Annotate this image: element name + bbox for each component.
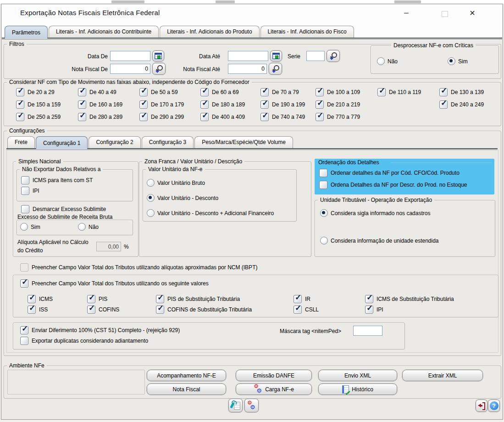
cb-mov-100-109[interactable]: De 100 a 109 [316,88,360,96]
radio-valor-bruto[interactable]: Valor Unitário Bruto [147,179,205,187]
cb-mov-190-199[interactable]: De 190 a 199 [260,100,305,109]
emissao-danfe-button[interactable]: Emissão DANFE [236,370,312,381]
button-label: Histórico [352,386,373,393]
cb-mov-240-249[interactable]: De 240 a 249 [439,100,484,109]
nota-fiscal-button[interactable]: Nota Fiscal [147,383,226,395]
carga-nfe-button[interactable]: Carga NF-e [236,383,312,395]
cb-mov-170-179[interactable]: De 170 a 179 [139,100,184,109]
cb-mov-150-159[interactable]: De 150 a 159 [16,100,61,109]
cb-mov-210-219[interactable]: De 210 a 219 [316,100,360,109]
mascara-tag-input[interactable] [353,326,382,336]
cb-ordena-descr-estoque[interactable]: Ordena Detalhes da NF por Descr. do Prod… [319,181,467,189]
cb-ipi-nao-exportar[interactable]: IPI [21,187,39,195]
serie-input[interactable] [306,51,325,61]
serie-lookup-button[interactable] [327,50,340,62]
cb-desmarcar-excesso[interactable]: Desmarcar Excesso Sublimite [21,205,106,213]
nota-fiscal-ate-input[interactable] [228,64,267,74]
data-de-label: Data De [80,53,108,60]
radio-excesso-sim[interactable]: Sim [20,223,40,231]
cb-enviar-diferimento[interactable]: Enviar Diferimento 100% (CST 51) Complet… [20,326,180,334]
tab-configuracao-3[interactable]: Configuração 3 [142,136,194,148]
data-ate-calendar-button[interactable] [270,50,282,61]
parameters-tools-button[interactable] [228,399,243,412]
cb-mov-400-409[interactable]: De 400 a 409 [200,113,245,121]
cb-mov-250-259[interactable]: De 250 a 259 [16,113,61,121]
acompanhamento-nfe-button[interactable]: Acompanhamento NF-E [147,370,226,381]
cb-mov-20-29[interactable]: De 20 a 29 [16,88,55,96]
cb-mov-290-299[interactable]: De 290 a 299 [139,113,184,121]
cb-mov-180-189[interactable]: De 180 a 189 [200,100,245,109]
radio-considera-unidade-estendida[interactable]: Considera informação de unidade estendid… [320,237,439,244]
data-de-calendar-button[interactable] [152,50,164,61]
historico-button[interactable]: Histórico [318,383,397,395]
cb-exportar-duplicatas[interactable]: Exportar duplicatas considerando adianta… [20,337,148,345]
help-button[interactable]: ? [488,400,500,412]
cb-mov-110-119[interactable]: De 110 a 119 [377,88,421,96]
checkbox-label: De 170 a 179 [151,101,184,109]
tab-frete[interactable]: Frete [7,136,35,148]
process-gears-button[interactable] [244,399,259,412]
radio-valor-desconto[interactable]: Valor Unitário - Desconto [147,194,218,202]
exit-button[interactable] [476,400,487,412]
background-window-fragment [0,0,504,4]
radio-desprocessar-nao[interactable]: Não [377,57,398,65]
cb-mov-160-169[interactable]: De 160 a 169 [78,100,122,109]
cb-mov-70-79[interactable]: De 70 a 79 [260,88,299,96]
cb-icms-itens-st[interactable]: ICMS para Itens com ST [21,176,93,184]
checkbox-icon [28,305,36,314]
checkbox-label: PIS [99,295,107,303]
cb-pis[interactable]: PIS [87,295,107,303]
tab-configuracao-2[interactable]: Configuração 2 [89,136,140,148]
nota-fiscal-de-lookup-button[interactable] [152,63,166,75]
cb-mov-40-49[interactable]: De 40 a 49 [78,88,116,96]
tab-peso-marca-especie[interactable]: Peso/Marca/Espécie/Qtde Volume [194,136,293,148]
radio-considera-sigla[interactable]: Considera sigla informado nos cadastros [320,209,430,217]
cb-icms-st[interactable]: ICMS de Substituição Tributária [365,295,454,303]
cb-ordenar-cfo-produto[interactable]: Ordenar detalhes da NF por Cód. CFO/Cód.… [319,169,460,177]
radio-valor-desconto-adicional[interactable]: Valor Unitário - Desconto + Adicional Fi… [147,209,274,217]
cb-mov-130-139[interactable]: De 130 a 139 [439,88,484,96]
cb-cofins[interactable]: COFINS [87,305,119,314]
cb-icms[interactable]: ICMS [28,295,53,303]
data-ate-input[interactable] [228,51,268,61]
cb-preencher-valores[interactable]: Preencher Campo Valor Total dos Tributos… [20,279,209,288]
checkbox-icon [156,305,164,314]
radio-icon [20,223,28,231]
tab-literais-contribuinte[interactable]: Literais - Inf. Adicionais do Contribuin… [49,26,159,38]
tab-literais-fisco[interactable]: Literais - Inf. Adicionais do Fisco [260,26,354,38]
radio-label: Não [89,223,99,231]
movimento-legend: Considerar NF com Tipo de Movimento nas … [7,79,252,86]
tab-parametros[interactable]: Parâmetros [5,26,48,39]
tab-configuracao-1[interactable]: Configuração 1 [36,136,88,149]
nota-fiscal-de-input[interactable] [110,64,150,74]
cb-cofins-st[interactable]: COFINS de Substituição Tributária [156,305,252,314]
cb-iss[interactable]: ISS [28,305,48,314]
minimize-icon[interactable]: – [401,8,412,19]
checkbox-icon [156,295,164,303]
checkbox-label: De 40 a 49 [89,89,116,96]
envio-xml-button[interactable]: Envio XML [318,370,397,381]
cb-ipi[interactable]: IPI [365,305,383,314]
cb-mov-280-289[interactable]: De 280 a 289 [78,113,122,121]
tab-literais-produto[interactable]: Literais - Inf. Adicionais do Produto [160,26,259,38]
valor-unitario-legend: Valor Unitário da NF-e [146,166,205,173]
nota-fiscal-ate-lookup-button[interactable] [269,63,282,75]
checkbox-icon [439,88,448,96]
checkbox-icon [16,113,24,121]
cb-mov-50-59[interactable]: De 50 a 59 [139,88,178,96]
cb-pis-st[interactable]: PIS de Substituição Tributária [156,295,240,303]
data-de-input[interactable] [110,51,150,61]
close-icon[interactable]: ✕ [467,8,478,19]
radio-excesso-nao[interactable]: Não [78,223,99,231]
tab-label: Parâmetros [12,29,40,36]
cb-csll[interactable]: CSLL [294,305,319,314]
cb-ir[interactable]: IR [294,295,310,303]
cb-mov-770-779[interactable]: De 770 a 779 [316,113,360,121]
cb-mov-60-69[interactable]: De 60 a 69 [200,88,239,96]
background-app-fragment [111,0,144,3]
checkbox-label: COFINS de Substituição Tributária [167,306,252,314]
cb-mov-740-749[interactable]: De 740 a 749 [260,113,305,121]
radio-desprocessar-sim[interactable]: Sim [448,57,468,65]
checkbox-icon [20,337,28,345]
extrair-xml-button[interactable]: Extrair XML [402,370,483,381]
